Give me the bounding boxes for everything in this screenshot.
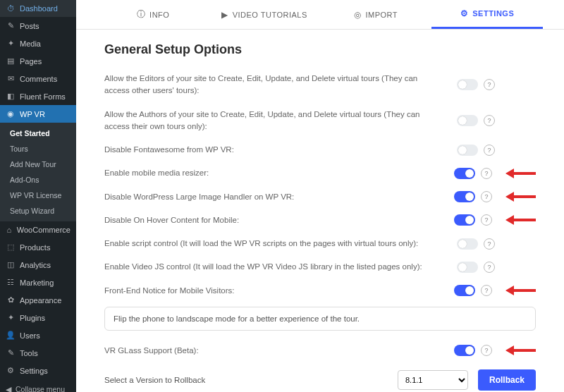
rollback-version-select[interactable]: 8.1.1 [398, 370, 468, 390]
sidebar-item-label: WP VR [20, 110, 45, 118]
sub-setup-wizard[interactable]: Setup Wizard [0, 203, 76, 219]
marketing-icon: ☷ [6, 278, 16, 287]
rollback-label: Select a Version to Rollback [104, 376, 388, 384]
tab-info[interactable]: ⓘINFO [97, 0, 209, 29]
tab-settings[interactable]: ⚙SETTINGS [431, 0, 543, 29]
collapse-label: Collapse menu [16, 385, 65, 392]
sidebar-item-pages[interactable]: ▤Pages [0, 52, 76, 70]
help-icon[interactable]: ? [481, 168, 492, 179]
sidebar-item-label: Tools [20, 349, 38, 357]
setting-row: Allow the Editors of your site to Create… [104, 67, 536, 103]
sub-get-started[interactable]: Get Started [0, 125, 76, 141]
sidebar-item-label: Plugins [20, 314, 45, 322]
annotation-arrow-icon [501, 346, 536, 355]
sidebar-item-label: Comments [20, 75, 57, 83]
sidebar-item-products[interactable]: ⬚Products [0, 238, 76, 256]
tab-import[interactable]: ◎IMPORT [320, 0, 431, 29]
toggle-switch[interactable] [454, 168, 475, 179]
setting-row: Enable mobile media resizer:? [104, 161, 536, 185]
products-icon: ⬚ [6, 243, 16, 252]
help-icon[interactable]: ? [481, 285, 492, 296]
setting-row: Disable Fontawesome from WP VR:? [104, 138, 536, 161]
sidebar-item-label: Pages [20, 57, 42, 66]
annotation-arrow-icon [501, 216, 536, 224]
setting-label: Disable On Hover Content for Mobile: [104, 214, 454, 226]
help-icon[interactable]: ? [484, 79, 495, 90]
sidebar-submenu-wpvr: Get Started Tours Add New Tour Add-Ons W… [0, 123, 76, 221]
tools-icon: ✎ [6, 348, 16, 357]
help-icon[interactable]: ? [481, 214, 492, 226]
sidebar-item-posts[interactable]: ✎Posts [0, 17, 76, 35]
annotation-arrow-icon [501, 169, 536, 178]
sidebar-item-woocommerce[interactable]: ⌂WooCommerce [0, 221, 76, 238]
sidebar-item-fluent-forms[interactable]: ◧Fluent Forms [0, 87, 76, 105]
media-icon: ✦ [6, 39, 16, 48]
info-icon: ⓘ [137, 8, 146, 20]
tab-label: VIDEO TUTORIALS [233, 11, 307, 19]
page-icon: ▤ [6, 56, 16, 66]
sidebar-item-label: Marketing [20, 278, 54, 287]
toggle-vr-glass[interactable] [454, 345, 475, 356]
vr-icon: ◉ [6, 109, 16, 118]
collapse-menu[interactable]: ◀Collapse menu [0, 379, 76, 392]
import-icon: ◎ [354, 10, 362, 20]
toggle-switch[interactable] [454, 285, 475, 296]
setting-row: Allow the Authors of your site to Create… [104, 103, 536, 139]
annotation-arrow-icon [501, 192, 536, 201]
sidebar-item-users[interactable]: 👤Users [0, 326, 76, 344]
forms-icon: ◧ [6, 92, 16, 101]
tab-video-tutorials[interactable]: ▶VIDEO TUTORIALS [209, 0, 320, 29]
sidebar-item-plugins[interactable]: ✦Plugins [0, 309, 76, 326]
toggle-switch[interactable] [454, 191, 475, 202]
gauge-icon: ⏱ [6, 4, 16, 13]
sub-tours[interactable]: Tours [0, 141, 76, 157]
settings-content: General Setup Options Allow the Editors … [76, 30, 564, 392]
help-icon[interactable]: ? [481, 345, 492, 356]
rollback-button[interactable]: Rollback [478, 369, 536, 391]
setting-row: Enable script control (It will load the … [104, 232, 536, 255]
toggle-switch[interactable] [454, 214, 475, 226]
setting-label: Enable script control (It will load the … [104, 238, 457, 250]
sidebar-item-appearance[interactable]: ✿Appearance [0, 291, 76, 309]
plugins-icon: ✦ [6, 313, 16, 322]
sub-license[interactable]: WP VR License [0, 188, 76, 203]
tab-label: IMPORT [365, 11, 398, 19]
toggle-switch[interactable] [457, 238, 478, 250]
sidebar-item-media[interactable]: ✦Media [0, 35, 76, 52]
users-icon: 👤 [6, 331, 16, 340]
sidebar-item-settings[interactable]: ⚙Settings [0, 362, 76, 379]
sidebar-item-tools[interactable]: ✎Tools [0, 344, 76, 362]
setting-row: Disable WordPress Large Image Handler on… [104, 185, 536, 209]
toggle-switch[interactable] [457, 79, 478, 90]
gear-icon: ⚙ [6, 366, 16, 375]
setting-label: Disable Fontawesome from WP VR: [104, 144, 457, 156]
sidebar-item-label: Fluent Forms [20, 92, 66, 101]
help-icon[interactable]: ? [484, 262, 495, 273]
comment-icon: ✉ [6, 74, 16, 83]
help-icon[interactable]: ? [484, 238, 495, 250]
setting-label: Enable mobile media resizer: [104, 167, 454, 179]
pin-icon: ✎ [6, 21, 16, 30]
appearance-icon: ✿ [6, 295, 16, 305]
setting-label: Allow the Editors of your site to Create… [104, 73, 457, 97]
sub-add-ons[interactable]: Add-Ons [0, 172, 76, 188]
sidebar-item-label: Dashboard [20, 4, 58, 13]
setting-label: VR GLass Support (Beta): [104, 345, 454, 357]
setting-label: Enable Video JS control (It will load th… [104, 261, 457, 273]
toggle-switch[interactable] [457, 145, 478, 156]
sidebar-item-analytics[interactable]: ◫Analytics [0, 256, 76, 274]
sidebar-item-wpvr[interactable]: ◉WP VR [0, 105, 76, 123]
help-icon[interactable]: ? [481, 191, 492, 202]
toggle-switch[interactable] [457, 115, 478, 126]
top-tabs: ⓘINFO ▶VIDEO TUTORIALS ◎IMPORT ⚙SETTINGS [76, 0, 564, 30]
help-icon[interactable]: ? [484, 115, 495, 126]
main-panel: ⓘINFO ▶VIDEO TUTORIALS ◎IMPORT ⚙SETTINGS… [76, 0, 564, 392]
sidebar-item-dashboard[interactable]: ⏱Dashboard [0, 0, 76, 17]
help-icon[interactable]: ? [484, 145, 495, 156]
sidebar-item-marketing[interactable]: ☷Marketing [0, 274, 76, 291]
sub-add-new-tour[interactable]: Add New Tour [0, 157, 76, 172]
toggle-switch[interactable] [457, 262, 478, 273]
sidebar-item-comments[interactable]: ✉Comments [0, 70, 76, 87]
rollback-row: Select a Version to Rollback 8.1.1 Rollb… [104, 362, 536, 392]
setting-label: Disable WordPress Large Image Handler on… [104, 191, 454, 203]
